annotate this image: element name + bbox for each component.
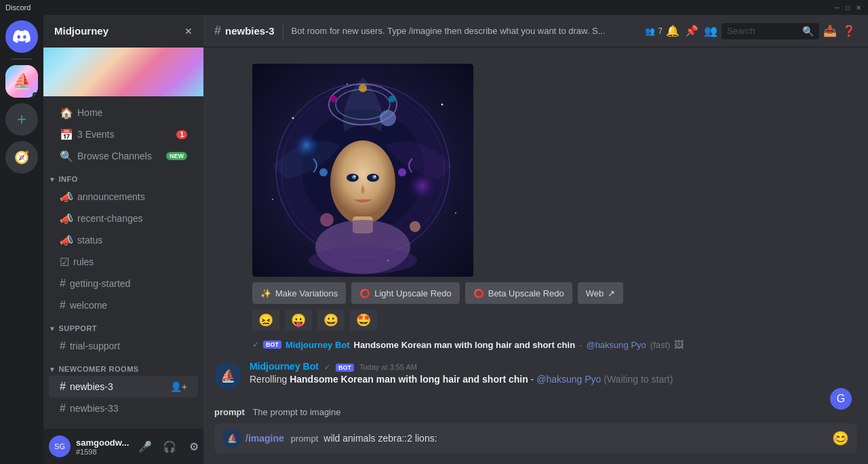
hash-icon: # <box>60 277 66 290</box>
channel-newbies-3[interactable]: # newbies-3 👤+ <box>49 376 198 398</box>
make-variations-button[interactable]: ✨ Make Variations <box>252 282 346 304</box>
svg-point-22 <box>354 176 356 178</box>
explore-servers-button[interactable]: 🧭 <box>5 141 38 174</box>
svg-point-12 <box>330 96 337 102</box>
svg-point-29 <box>455 212 456 214</box>
light-upscale-icon: ⭕ <box>359 288 370 298</box>
chevron-down-icon: ✕ <box>184 26 193 37</box>
message-content: Midjourney Bot ✓ BOT Today at 3:55 AM Re… <box>250 361 857 389</box>
input-prefix: ⛵ /imagine prompt <box>222 429 318 448</box>
search-icon: 🔍 <box>802 26 814 37</box>
channel-trial-support[interactable]: # trial-support <box>49 335 198 357</box>
midjourney-server-icon[interactable]: ⛵ <box>5 65 38 98</box>
sparkle-icon: ✨ <box>260 288 271 298</box>
help-button[interactable]: ❓ <box>841 23 857 39</box>
sidebar-item-events[interactable]: 📅 3 Events 1 <box>49 123 198 145</box>
maximize-button[interactable]: □ <box>844 3 852 12</box>
channel-announcements[interactable]: 📣 announcements <box>49 186 198 208</box>
verified-icon-2: ✓ <box>324 363 330 372</box>
home-icon: 🏠 <box>60 107 73 119</box>
verified-icon: ✓ <box>252 340 259 349</box>
events-badge: 1 <box>176 130 187 139</box>
svg-point-8 <box>320 213 334 227</box>
channel-header: # newbies-3 Bot room for new users. Type… <box>203 15 868 47</box>
inline-speed: (fast) <box>650 340 671 350</box>
category-newcomer[interactable]: ▼ NEWCOMER ROOMS <box>43 357 203 376</box>
input-avatar: ⛵ <box>222 429 241 448</box>
emoji-picker-button[interactable]: 😊 <box>832 430 849 446</box>
search-bar[interactable]: 🔍 <box>722 23 819 39</box>
bot-avatar: ⛵ <box>214 362 241 389</box>
channel-recent-changes[interactable]: 📣 recent-changes <box>49 208 198 229</box>
reaction-1[interactable]: 😖 <box>252 309 279 331</box>
user-avatar: SG <box>49 436 71 457</box>
sidebar-item-home[interactable]: 🏠 Home <box>49 102 198 123</box>
channel-rules[interactable]: ☑ rules <box>49 251 198 273</box>
reaction-3[interactable]: 😀 <box>317 309 344 331</box>
main-content: # newbies-3 Bot room for new users. Type… <box>203 15 868 464</box>
channel-sidebar: Midjourney ✕ 🏠 Home 📅 3 Events 1 🔍 Brows… <box>43 15 203 464</box>
bot-badge: BOT <box>336 364 354 372</box>
beta-upscale-icon: ⭕ <box>473 288 484 298</box>
category-arrow: ▼ <box>49 176 56 183</box>
hash-icon-4: # <box>60 381 66 393</box>
category-info[interactable]: ▼ INFO <box>43 167 203 186</box>
prompt-label: prompt The prompt to imagine <box>214 407 340 417</box>
prompt-tooltip: prompt The prompt to imagine <box>203 403 868 423</box>
user-info: samgoodw... #1598 <box>76 438 129 456</box>
user-tag: #1598 <box>76 448 129 456</box>
messages-area: ✨ Make Variations ⭕ Light Upscale Redo ⭕… <box>203 47 868 403</box>
reaction-4[interactable]: 🤩 <box>350 309 377 331</box>
svg-point-24 <box>319 168 328 176</box>
server-divider <box>11 58 33 60</box>
add-member-icon[interactable]: 👤+ <box>170 381 187 392</box>
add-server-button[interactable]: + <box>5 103 38 136</box>
title-bar: Discord ─ □ ✕ <box>0 0 868 15</box>
channel-newbies-33[interactable]: # newbies-33 <box>49 398 198 419</box>
settings-button[interactable]: ⚙ <box>183 436 205 457</box>
light-upscale-redo-button[interactable]: ⭕ Light Upscale Redo <box>351 282 459 304</box>
reaction-2[interactable]: 😛 <box>285 309 312 331</box>
message-input[interactable] <box>323 433 827 444</box>
channel-list: 🏠 Home 📅 3 Events 1 🔍 Browse Channels NE… <box>43 96 203 429</box>
hash-icon-5: # <box>60 402 66 414</box>
channel-topic: Bot room for new users. Type /imagine th… <box>292 26 637 36</box>
notification-bell-button[interactable]: 🔔 <box>665 23 681 39</box>
hash-icon-2: # <box>60 299 66 311</box>
beta-upscale-redo-button[interactable]: ⭕ Beta Upscale Redo <box>465 282 572 304</box>
channel-getting-started[interactable]: # getting-started <box>49 273 198 294</box>
member-count: 👥 7 <box>646 23 662 39</box>
hash-icon-3: # <box>60 340 66 352</box>
search-input[interactable] <box>727 26 800 36</box>
close-button[interactable]: ✕ <box>854 3 863 12</box>
message-author: Midjourney Bot <box>250 361 319 372</box>
discord-home-icon[interactable] <box>5 20 38 53</box>
category-arrow-3: ▼ <box>49 366 56 373</box>
channel-status[interactable]: 📣 status <box>49 229 198 251</box>
portrait-svg <box>252 64 473 277</box>
svg-point-27 <box>441 104 443 106</box>
category-arrow-2: ▼ <box>49 325 56 332</box>
prompt-tag: prompt <box>291 433 318 444</box>
members-list-button[interactable]: 👥 <box>703 23 719 39</box>
category-support[interactable]: ▼ SUPPORT <box>43 316 203 335</box>
channel-hash-icon: # <box>214 24 221 38</box>
external-link-icon: ↗ <box>608 288 615 298</box>
header-divider <box>283 23 283 39</box>
server-header[interactable]: Midjourney ✕ <box>43 15 203 47</box>
web-button[interactable]: Web ↗ <box>578 282 624 304</box>
rules-icon: ☑ <box>60 256 69 269</box>
channel-welcome[interactable]: # welcome <box>49 294 198 316</box>
deafen-button[interactable]: 🎧 <box>159 436 180 457</box>
bot-message-main: ⛵ Midjourney Bot ✓ BOT Today at 3:55 AM … <box>214 358 857 392</box>
mute-button[interactable]: 🎤 <box>134 436 156 457</box>
image-icon: 🖼 <box>674 339 684 350</box>
megaphone-icon-3: 📣 <box>60 234 73 247</box>
inbox-button[interactable]: 📥 <box>822 23 838 39</box>
minimize-button[interactable]: ─ <box>833 3 841 12</box>
bot-message-inline: ✓ BOT Midjourney Bot Handsome Korean man… <box>214 336 857 353</box>
sidebar-item-browse[interactable]: 🔍 Browse Channels NEW <box>49 145 198 167</box>
header-actions: 👥 7 🔔 📌 👥 🔍 📥 ❓ <box>646 23 857 39</box>
image-message: ✨ Make Variations ⭕ Light Upscale Redo ⭕… <box>214 58 857 336</box>
pin-button[interactable]: 📌 <box>684 23 700 39</box>
